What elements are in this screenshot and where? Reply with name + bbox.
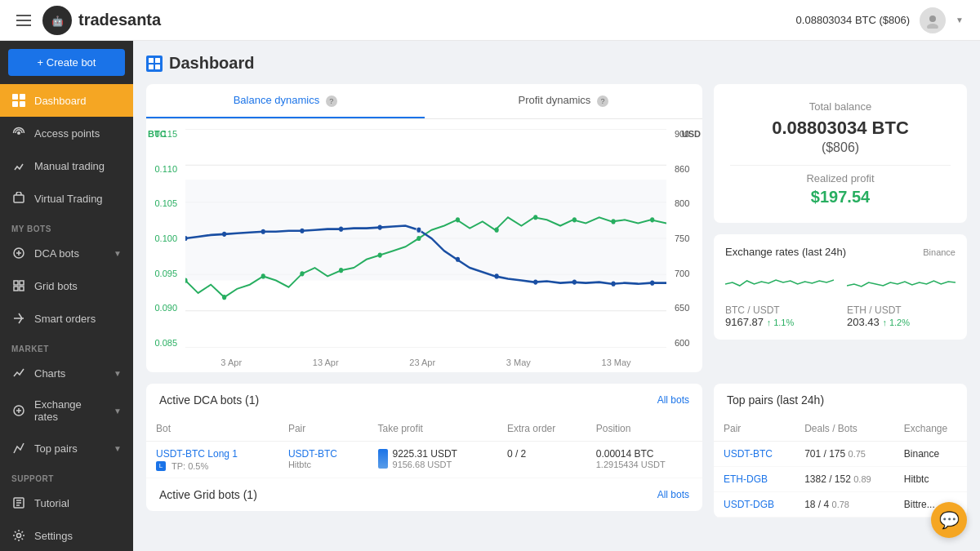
bottom-row: Active DCA bots (1) All bots Bot Pair Ta… [146, 384, 967, 518]
svg-point-41 [611, 282, 615, 287]
market-section: MARKET [0, 338, 133, 357]
dashboard-title-icon [146, 56, 163, 72]
table-row: ETH-DGB 1382 / 152 0.89 Hitbtc [714, 467, 967, 492]
active-grid-all-link[interactable]: All bots [657, 489, 689, 500]
sidebar-item-smart-orders[interactable]: Smart orders [0, 302, 133, 335]
tp-deals-3: 18 / 4 0.78 [795, 492, 894, 518]
tp-value-2: 9156.68 USDT [393, 460, 457, 469]
table-row: USDT-BTC Long 1 L TP: 0.5% USDT-BTC Hitb… [146, 442, 702, 478]
tab-profit-dynamics[interactable]: Profit dynamics ? [425, 84, 703, 118]
svg-point-39 [533, 280, 537, 285]
topbar-left: 🤖 tradesanta [16, 6, 161, 35]
user-avatar[interactable] [920, 7, 946, 33]
sidebar-label-dca-bots: DCA bots [34, 247, 79, 260]
create-bot-button[interactable]: + Create bot [8, 49, 125, 76]
active-grid-title: Active Grid bots (1) [159, 488, 257, 501]
btc-usdt-pair: BTC / USDT 9167.87 ↑ 1.1% [725, 266, 834, 328]
svg-rect-5 [20, 94, 25, 100]
exchange-card-title: Exchange rates (last 24h) [725, 246, 846, 258]
dca-bots-expand-icon: ▼ [114, 249, 122, 258]
svg-point-45 [261, 273, 265, 278]
sidebar-label-manual-trading: Manual trading [34, 160, 105, 172]
svg-point-40 [572, 280, 577, 285]
my-bots-section: MY BOTS [0, 218, 133, 237]
svg-rect-21 [155, 64, 160, 69]
total-balance-btc: 0.08803034 BTC [730, 118, 951, 139]
top-pair-2[interactable]: ETH-DGB [724, 473, 768, 485]
chat-bubble-button[interactable]: 💬 [931, 502, 967, 538]
chart-balance-row: Balance dynamics ? Profit dynamics ? BTC… [146, 84, 967, 372]
logo: 🤖 tradesanta [42, 6, 161, 35]
sidebar-item-top-pairs[interactable]: Top pairs ▼ [0, 432, 133, 464]
svg-point-36 [416, 227, 421, 233]
table-row: USDT-DGB 18 / 4 0.78 Bittre... [714, 492, 967, 518]
dashboard-icon [11, 93, 26, 108]
hamburger-menu[interactable] [16, 15, 31, 26]
chart-card: Balance dynamics ? Profit dynamics ? BTC… [146, 84, 702, 372]
sidebar-label-tutorial: Tutorial [34, 497, 69, 509]
top-pair-1[interactable]: USDT-BTC [724, 448, 773, 460]
sidebar-label-top-pairs: Top pairs [34, 442, 78, 455]
pair-link[interactable]: USDT-BTC [288, 448, 359, 460]
svg-point-51 [495, 228, 499, 233]
active-dca-header: Active DCA bots (1) All bots [146, 384, 702, 416]
bot-cell: USDT-BTC Long 1 L TP: 0.5% [146, 442, 278, 478]
active-dca-all-link[interactable]: All bots [657, 394, 689, 406]
svg-rect-12 [14, 287, 18, 291]
col-take-profit: Take profit [368, 416, 497, 442]
svg-point-34 [339, 227, 343, 232]
sidebar-item-grid-bots[interactable]: Grid bots [0, 269, 133, 302]
exchange-rates-card: Exchange rates (last 24h) Binance BTC / … [714, 234, 967, 340]
sidebar-label-grid-bots: Grid bots [34, 280, 78, 292]
svg-rect-29 [185, 180, 666, 281]
sidebar-item-virtual-trading[interactable]: Virtual Trading [0, 182, 133, 215]
col-pair: Pair [278, 416, 368, 442]
col-extra-order: Extra order [497, 416, 586, 442]
tab-balance-dynamics[interactable]: Balance dynamics ? [146, 84, 425, 118]
sidebar-item-dca-bots[interactable]: DCA bots ▼ [0, 237, 133, 269]
sidebar-item-tutorial[interactable]: Tutorial [0, 487, 133, 519]
tp-col-deals: Deals / Bots [795, 416, 894, 442]
sidebar-item-exchange-rates[interactable]: Exchange rates ▼ [0, 389, 133, 432]
logo-text: tradesanta [78, 11, 161, 29]
total-balance-usd: ($806) [730, 140, 951, 155]
profit-help-icon[interactable]: ? [597, 96, 608, 107]
svg-rect-20 [149, 64, 154, 69]
sidebar-item-settings[interactable]: Settings [0, 519, 133, 551]
svg-point-48 [378, 253, 382, 258]
charts-icon [11, 366, 26, 380]
sidebar-item-manual-trading[interactable]: Manual trading [0, 149, 133, 182]
active-grid-header: Active Grid bots (1) All bots [146, 478, 702, 511]
user-chevron-icon[interactable]: ▼ [956, 16, 964, 24]
bot-name-link[interactable]: USDT-BTC Long 1 [156, 448, 269, 460]
chart-body: BTC USD 0.115 0.110 0.105 0.100 0.095 0.… [146, 119, 702, 372]
sidebar-label-smart-orders: Smart orders [34, 313, 96, 325]
sidebar-item-charts[interactable]: Charts ▼ [0, 357, 133, 389]
exchange-card-source: Binance [923, 247, 956, 257]
topbar-balance: 0.08803034 BTC ($806) [796, 14, 910, 26]
top-pairs-icon [11, 441, 26, 455]
take-profit-bar [378, 449, 388, 469]
balance-help-icon[interactable]: ? [326, 96, 337, 107]
sidebar: + Create bot Dashboard Access points Man… [0, 41, 133, 551]
sidebar-item-dashboard[interactable]: Dashboard [0, 84, 133, 117]
sidebar-label-dashboard: Dashboard [34, 95, 87, 107]
chart-area [185, 129, 666, 348]
realized-profit-value: $197.54 [730, 188, 951, 207]
svg-point-31 [222, 232, 226, 237]
svg-point-53 [572, 217, 577, 222]
svg-point-38 [495, 273, 499, 278]
svg-point-47 [339, 268, 343, 273]
svg-point-44 [222, 295, 226, 300]
support-section: SUPPORT [0, 468, 133, 487]
svg-rect-19 [155, 58, 160, 63]
manual-trading-icon [11, 158, 26, 173]
top-pair-3[interactable]: USDT-DGB [724, 499, 774, 510]
settings-icon [11, 528, 26, 543]
pair-cell: USDT-BTC Hitbtc [278, 442, 368, 478]
svg-point-37 [456, 257, 460, 262]
svg-point-32 [261, 229, 265, 234]
tp-col-pair: Pair [714, 416, 795, 442]
svg-point-54 [611, 219, 615, 224]
sidebar-item-access-points[interactable]: Access points [0, 117, 133, 149]
